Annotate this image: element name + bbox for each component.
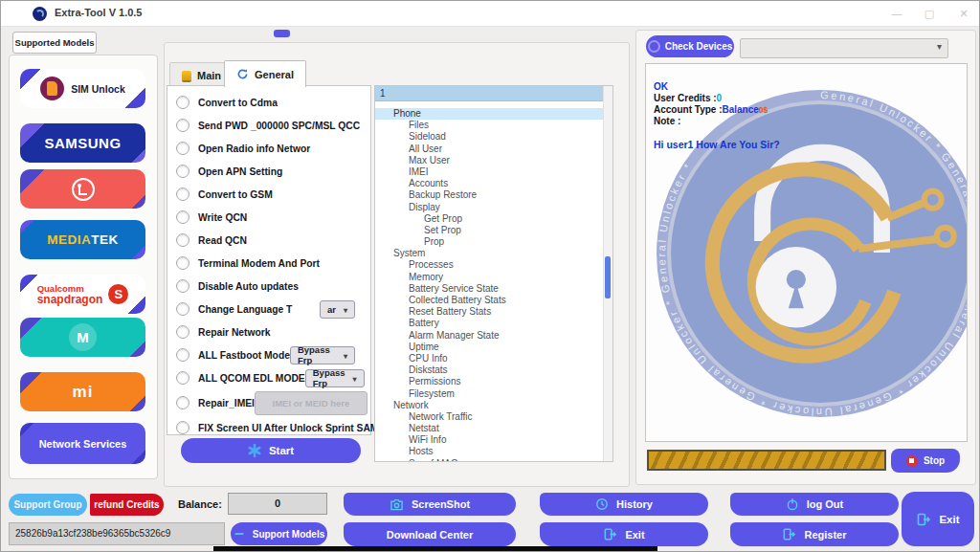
tree-item[interactable]: Processes — [375, 259, 612, 271]
serial-field[interactable]: 25826b9a13cf238be96365bc5326c9 — [9, 522, 225, 545]
option-convert-to-gsm[interactable]: Convert to GSM — [176, 183, 370, 206]
minimize-button[interactable]: — — [887, 5, 906, 22]
option-label: Repair Network — [198, 327, 271, 338]
option-write-qcn[interactable]: Write QCN — [176, 206, 370, 229]
language-select[interactable]: ar — [320, 300, 355, 319]
radio-icon[interactable] — [176, 279, 189, 293]
tree-item[interactable]: Files — [375, 120, 612, 131]
tree-item[interactable]: Reset Battery Stats — [375, 306, 612, 318]
radio-icon[interactable] — [176, 210, 189, 224]
history-button[interactable]: History — [540, 493, 708, 516]
tree-item[interactable]: Netstat — [375, 423, 612, 434]
refund-credits-button[interactable]: refund Credits — [90, 494, 164, 516]
tree-item[interactable]: Get Prop — [375, 213, 612, 225]
option-all-qcom-edl-mode[interactable]: ALL QCOM EDL MODE Bypass Frp — [176, 366, 370, 389]
tree-item[interactable]: Phone — [375, 108, 612, 120]
stop-button[interactable]: Stop — [891, 449, 960, 473]
tree-scrollbar[interactable] — [603, 86, 612, 461]
option-read-qcn[interactable]: Read QCN — [176, 229, 370, 252]
radio-icon[interactable] — [176, 256, 189, 270]
edl-mode-select[interactable]: Bypass Frp — [305, 369, 365, 387]
download-center-button[interactable]: Download Center — [344, 522, 516, 546]
radio-icon[interactable] — [176, 302, 189, 316]
option-open-apn-setting[interactable]: Open APN Setting — [176, 160, 370, 183]
sidebar-item-lg[interactable] — [20, 169, 145, 209]
radio-icon[interactable] — [176, 371, 189, 385]
exit-button-right[interactable]: Exit — [902, 492, 974, 546]
radio-icon[interactable] — [176, 348, 189, 362]
status-note: Note : — [654, 116, 780, 127]
radio-icon[interactable] — [176, 421, 189, 434]
tree-item[interactable]: Spoof MAC — [375, 458, 612, 462]
tree-item[interactable]: Prop — [375, 236, 612, 248]
tree-item[interactable]: Diskstats — [375, 364, 612, 376]
screenshot-button[interactable]: ScreenShot — [344, 493, 516, 516]
tree-item[interactable]: Filesystem — [375, 388, 612, 400]
tree-item[interactable]: IMEI — [375, 166, 612, 178]
radio-icon[interactable] — [176, 188, 189, 201]
maximize-button[interactable]: ▢ — [920, 5, 939, 22]
option-terminal-modem[interactable]: Terminal Modem And Port — [176, 252, 370, 275]
tree-item[interactable]: System — [375, 248, 612, 259]
option-repair-imei[interactable]: Repair_IMEI — [176, 389, 370, 416]
balance-value: 0 — [228, 493, 327, 515]
supported-models-button[interactable]: Supported Models — [12, 32, 97, 54]
sidebar-item-motorola[interactable]: M — [20, 318, 145, 357]
radio-icon[interactable] — [176, 119, 189, 132]
tab-general[interactable]: General — [224, 60, 306, 87]
radio-icon[interactable] — [176, 142, 189, 155]
start-button[interactable]: Start — [181, 438, 361, 463]
register-icon — [782, 527, 796, 541]
radio-icon[interactable] — [176, 233, 189, 247]
tree-item[interactable]: Hosts — [375, 446, 612, 457]
tree-item[interactable]: Alarm Manager State — [375, 330, 612, 342]
sidebar-item-xiaomi[interactable]: mi — [20, 372, 145, 411]
tree-item[interactable]: Permissions — [375, 376, 612, 387]
tree-item[interactable]: CPU Info — [375, 353, 612, 364]
option-all-fastboot-mode[interactable]: ALL Fastboot Mode Bypass Frp — [176, 343, 370, 366]
tree-item[interactable]: Set Prop — [375, 225, 612, 236]
tree-item[interactable]: All User — [375, 144, 612, 155]
support-group-button[interactable]: Support Group — [9, 494, 87, 516]
close-button[interactable]: ✕ — [954, 5, 973, 22]
register-label: Register — [804, 529, 846, 541]
option-change-language[interactable]: Change Language T ar — [176, 298, 370, 320]
tree-item[interactable]: Sideload — [375, 131, 612, 143]
tree-item[interactable]: Accounts — [375, 178, 612, 189]
radio-icon[interactable] — [176, 96, 189, 109]
tree-item[interactable]: Battery — [375, 318, 612, 329]
option-repair-network[interactable]: Repair Network — [176, 320, 370, 343]
sidebar-item-samsung[interactable]: SAMSUNG — [20, 123, 145, 163]
register-button[interactable]: Register — [730, 522, 899, 546]
option-convert-to-cdma[interactable]: Convert to Cdma — [176, 91, 370, 114]
fastboot-mode-select[interactable]: Bypass Frp — [290, 346, 355, 364]
sidebar-item-qualcomm[interactable]: Qualcomm snapdragon S — [20, 275, 145, 314]
exit-button-middle[interactable]: Exit — [540, 522, 708, 546]
tree-item[interactable]: Battery Service State — [375, 283, 612, 295]
tree-item[interactable]: Display — [375, 202, 612, 213]
tree-item[interactable]: WiFi Info — [375, 434, 612, 446]
log-out-button[interactable]: log Out — [730, 493, 899, 516]
sidebar-item-sim-unlock[interactable]: SIM Unlock — [20, 69, 145, 108]
radio-icon[interactable] — [176, 165, 189, 178]
radio-icon[interactable] — [176, 396, 189, 409]
option-open-radio-info[interactable]: Open Radio info Networ — [176, 137, 370, 160]
tree-item[interactable]: Uptime — [375, 342, 612, 353]
sidebar-item-mediatek[interactable]: MEDIATEK — [20, 220, 145, 259]
imei-input[interactable] — [255, 391, 368, 415]
device-select[interactable] — [740, 38, 948, 58]
option-fix-screen-ui[interactable]: FIX Screen UI After Unlock Sprint SAMSUN… — [176, 416, 370, 439]
option-disable-auto-updates[interactable]: Disable Auto updates — [176, 275, 370, 298]
support-models-button[interactable]: Support Models — [231, 522, 327, 545]
option-send-pwd[interactable]: Send PWD _000000 SPC/MSL QCC — [176, 114, 370, 137]
tree-item[interactable]: Backup Restore — [375, 189, 612, 201]
check-devices-button[interactable]: Check Devices — [646, 35, 734, 57]
tree-scrollbar-thumb[interactable] — [605, 256, 611, 298]
tree-item[interactable]: Memory — [375, 272, 612, 283]
radio-icon[interactable] — [176, 325, 189, 339]
tree-item[interactable]: Network Traffic — [375, 411, 612, 423]
sidebar-item-network-services[interactable]: Network Services — [20, 423, 145, 464]
tree-item[interactable]: Collected Battery Stats — [375, 295, 612, 306]
tree-item[interactable]: Network — [375, 400, 612, 411]
tree-item[interactable]: Max User — [375, 155, 612, 166]
